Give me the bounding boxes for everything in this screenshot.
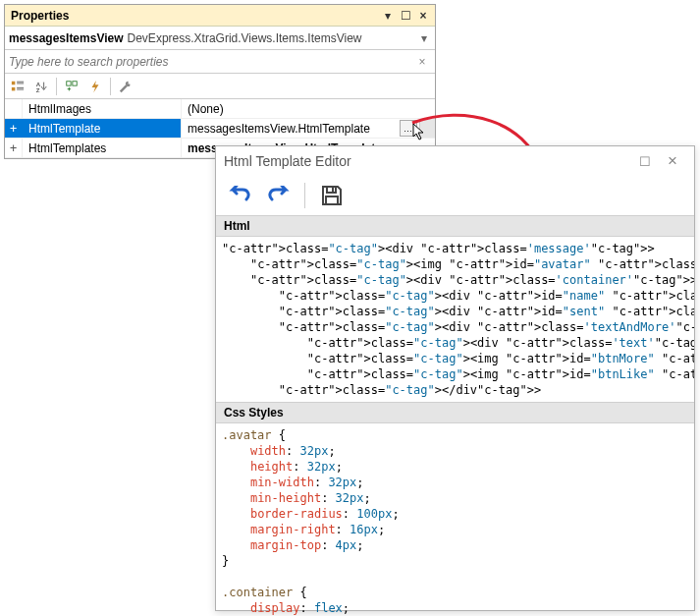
property-name: HtmlTemplates bbox=[23, 139, 182, 157]
alphabetical-icon[interactable]: AZ bbox=[30, 76, 52, 97]
property-name: HtmlTemplate bbox=[23, 119, 182, 138]
wrench-icon[interactable] bbox=[115, 76, 136, 97]
favorites-icon[interactable] bbox=[61, 76, 82, 97]
categorized-icon[interactable] bbox=[7, 76, 28, 97]
html-code-block[interactable]: "c-attr">class="c-tag"><div "c-attr">cla… bbox=[216, 237, 694, 402]
editor-toolbar bbox=[216, 176, 694, 215]
scroll-indicator bbox=[419, 119, 435, 138]
html-template-editor: Html Template Editor ☐ × Html "c-attr">c… bbox=[215, 145, 695, 611]
editor-title: Html Template Editor bbox=[224, 153, 631, 169]
svg-rect-3 bbox=[12, 86, 16, 90]
expand-toggle[interactable]: + bbox=[5, 139, 23, 157]
properties-title: Properties bbox=[9, 9, 378, 23]
property-name: HtmlImages bbox=[23, 99, 182, 118]
property-row[interactable]: +HtmlTemplatemessagesItemsView.HtmlTempl… bbox=[5, 119, 435, 139]
clear-icon[interactable]: × bbox=[413, 55, 431, 69]
svg-rect-10 bbox=[327, 187, 336, 193]
property-value[interactable]: messagesItemsView.HtmlTemplate… bbox=[182, 119, 435, 138]
object-type: DevExpress.XtraGrid.Views.Items.ItemsVie… bbox=[128, 31, 417, 45]
property-row[interactable]: HtmlImages(None) bbox=[5, 99, 435, 119]
svg-rect-9 bbox=[73, 81, 77, 84]
property-value[interactable]: (None) bbox=[182, 99, 435, 118]
html-section-header[interactable]: Html bbox=[216, 215, 694, 237]
properties-panel: Properties ▾ ☐ × messagesItemsView DevEx… bbox=[4, 4, 436, 159]
dropdown-icon[interactable]: ▾ bbox=[380, 8, 396, 24]
close-icon[interactable]: × bbox=[415, 8, 431, 24]
object-selector[interactable]: messagesItemsView DevExpress.XtraGrid.Vi… bbox=[5, 27, 435, 50]
close-icon[interactable]: × bbox=[659, 149, 686, 173]
svg-rect-12 bbox=[326, 196, 338, 204]
object-name: messagesItemsView bbox=[9, 31, 124, 45]
redo-button[interactable] bbox=[263, 181, 293, 210]
editor-title-bar: Html Template Editor ☐ × bbox=[216, 146, 694, 176]
search-row: × bbox=[5, 50, 435, 74]
expand-toggle[interactable]: + bbox=[5, 119, 23, 138]
css-code-block[interactable]: .avatar { width: 32px; height: 32px; min… bbox=[216, 423, 694, 616]
svg-rect-5 bbox=[17, 88, 24, 89]
maximize-icon[interactable]: ☐ bbox=[631, 149, 659, 173]
svg-rect-2 bbox=[17, 83, 24, 84]
svg-rect-4 bbox=[17, 86, 24, 87]
properties-title-bar: Properties ▾ ☐ × bbox=[5, 5, 435, 27]
search-input[interactable] bbox=[9, 55, 413, 69]
expand-toggle bbox=[5, 99, 23, 118]
svg-rect-11 bbox=[332, 188, 334, 192]
svg-rect-8 bbox=[67, 81, 71, 84]
events-icon[interactable] bbox=[84, 76, 106, 97]
css-section-header[interactable]: Css Styles bbox=[216, 402, 694, 423]
svg-text:Z: Z bbox=[36, 86, 40, 93]
chevron-down-icon[interactable]: ▾ bbox=[417, 31, 431, 45]
save-button[interactable] bbox=[317, 181, 347, 210]
ellipsis-button[interactable]: … bbox=[400, 120, 417, 137]
svg-rect-1 bbox=[17, 81, 24, 82]
maximize-icon[interactable]: ☐ bbox=[398, 8, 413, 24]
svg-rect-0 bbox=[12, 81, 16, 84]
undo-button[interactable] bbox=[226, 181, 255, 210]
properties-toolbar: AZ bbox=[5, 74, 435, 99]
